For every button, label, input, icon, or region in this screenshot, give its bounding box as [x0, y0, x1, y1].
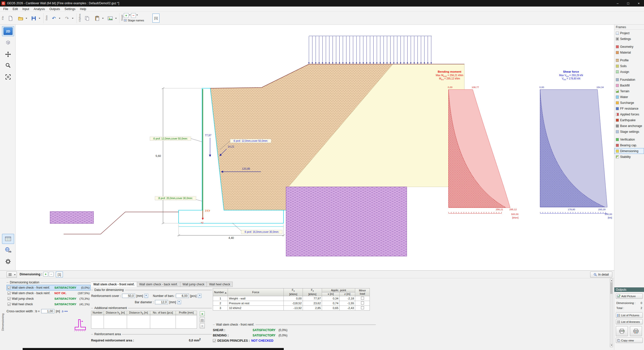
- paste-button[interactable]: [93, 14, 102, 23]
- frames-item[interactable]: Base anchorage: [614, 123, 644, 129]
- drawing-canvas[interactable]: +z 5,60 4,40 :6 pro: [16, 25, 614, 270]
- chevron-down-icon[interactable]: [136, 15, 138, 16]
- location-checkbox[interactable]: [8, 297, 11, 300]
- col-x[interactable]: x [m]: [322, 292, 340, 296]
- location-checkbox[interactable]: [8, 286, 11, 289]
- cover-unit-dropdown[interactable]: [144, 294, 148, 298]
- annotation-front-reinforcement[interactable]: :6 prof. 12,0mm,cover 50,0mm:: [150, 137, 202, 142]
- tab[interactable]: Wall stem check - back reinf.: [137, 282, 180, 287]
- undo-button[interactable]: ↶: [49, 14, 58, 23]
- frames-item[interactable]: FF resistance: [614, 106, 644, 111]
- frames-item[interactable]: Soils: [614, 63, 644, 69]
- list-of-annexes-button[interactable]: List of Annexes: [616, 319, 643, 324]
- frames-item[interactable]: Settings: [614, 36, 644, 42]
- frames-item[interactable]: Geometry: [614, 44, 644, 50]
- frames-item[interactable]: Assign: [614, 69, 644, 75]
- edit-row-button[interactable]: ▤: [200, 317, 205, 322]
- delete-row-button[interactable]: ×: [200, 323, 205, 328]
- empty-row[interactable]: [91, 315, 197, 329]
- frames-item[interactable]: Earthquake: [614, 117, 644, 123]
- minor-load-checkbox[interactable]: [361, 301, 364, 304]
- frames-item[interactable]: Verification: [614, 137, 644, 142]
- column-header[interactable]: Distance h1 [m]: [104, 311, 127, 315]
- stage-names-label[interactable]: Stage names: [128, 19, 144, 22]
- add-row-button[interactable]: +: [200, 311, 205, 316]
- minor-load-checkbox[interactable]: [361, 297, 364, 300]
- col-fz[interactable]: Fz[kN/m]: [303, 288, 322, 296]
- chevron-down-icon[interactable]: [129, 15, 131, 16]
- frames-item[interactable]: Material: [614, 50, 644, 55]
- redo-dropdown[interactable]: [71, 14, 74, 23]
- zoom-fit-button[interactable]: [2, 72, 14, 82]
- frames-item[interactable]: Profile: [614, 57, 644, 63]
- col-force[interactable]: Force: [228, 288, 284, 296]
- column-header[interactable]: Distance h2 [m]: [127, 311, 150, 315]
- menu-item[interactable]: Edit: [10, 7, 20, 12]
- column-header[interactable]: Number: [91, 311, 104, 315]
- open-file-dropdown[interactable]: [25, 14, 28, 23]
- menu-item[interactable]: Input: [20, 7, 31, 12]
- annotation-heel-reinforcement[interactable]: :6 prof. 16,0mm,cover 30,0mm:: [232, 223, 282, 234]
- col-number[interactable]: Number: [213, 288, 228, 296]
- design-principles-checkbox[interactable]: [213, 339, 216, 342]
- maximize-button[interactable]: □: [623, 0, 633, 7]
- reinforcement-cover-input[interactable]: 50,0: [122, 294, 135, 298]
- frames-item[interactable]: Stability: [614, 154, 644, 160]
- dimensioning-location-row[interactable]: Wall stem check - front reinf. SATISFACT…: [7, 285, 91, 290]
- copy-picture-dropdown[interactable]: [114, 14, 117, 23]
- tab[interactable]: Wall jump check: [180, 282, 207, 287]
- minimize-button[interactable]: –: [612, 0, 623, 7]
- copy-button[interactable]: [83, 14, 92, 23]
- frames-item[interactable]: Terrain: [614, 88, 644, 94]
- diameter-unit-dropdown[interactable]: [177, 300, 181, 304]
- scroll-up-button[interactable]: [610, 279, 613, 282]
- tab[interactable]: Wall heel check: [207, 282, 233, 287]
- frames-item[interactable]: Applied forces: [614, 111, 644, 117]
- menu-item[interactable]: Help: [78, 7, 89, 12]
- col-z[interactable]: z [m]: [340, 292, 355, 296]
- annotation-jump-reinforcement[interactable]: :8 prof. 20,0mm,cover 30,0mm:: [155, 196, 202, 201]
- add-picture-button[interactable]: Add Picture: [616, 293, 643, 299]
- save-dropdown[interactable]: [38, 14, 41, 23]
- add-location-button[interactable]: +: [43, 272, 48, 277]
- stage-indicator-button[interactable]: [1]: [56, 272, 63, 277]
- col-minor-load[interactable]: Minorload: [355, 288, 370, 296]
- force-table-row[interactable]: 1 Weight - wall 0,00 77,97 0,34 -2,18: [213, 296, 370, 301]
- dimensioning-location-row[interactable]: Wall jump check SATISFACTORY (70,3%): [7, 296, 91, 301]
- zoom-tool-button[interactable]: [2, 60, 14, 70]
- bar-diameter-input[interactable]: 12,0: [155, 300, 168, 304]
- view-2d-button[interactable]: 2D: [2, 26, 14, 36]
- menu-item[interactable]: File: [1, 7, 10, 12]
- stage-1-button[interactable]: [1]: [152, 14, 159, 23]
- open-file-button[interactable]: [16, 14, 25, 23]
- menu-item[interactable]: Settings: [62, 7, 77, 12]
- col-applic-point[interactable]: Applic. point: [322, 288, 355, 292]
- col-fx[interactable]: Fx[kN/m]: [284, 288, 303, 296]
- frame-list-dropdown[interactable]: [13, 272, 17, 278]
- view-3d-button[interactable]: [2, 37, 14, 47]
- number-of-bars-input[interactable]: 6,00: [176, 294, 189, 298]
- frame-list-button[interactable]: [7, 272, 14, 278]
- force-table-row[interactable]: 2 Pressure at rest -118,52 23,62 0,74 -1…: [213, 301, 370, 306]
- menu-item[interactable]: Analysis: [31, 7, 47, 12]
- location-checkbox[interactable]: [8, 303, 11, 306]
- undo-dropdown[interactable]: [58, 14, 61, 23]
- add-stage-button[interactable]: +: [124, 13, 129, 18]
- copy-view-button[interactable]: Copy view: [616, 338, 643, 343]
- save-button[interactable]: [29, 14, 38, 23]
- menu-item[interactable]: Outputs: [47, 7, 62, 12]
- close-button[interactable]: ×: [633, 0, 644, 7]
- column-header[interactable]: Profile [mm]: [176, 311, 197, 315]
- location-checkbox[interactable]: [8, 292, 11, 295]
- remove-location-button[interactable]: −: [49, 272, 54, 277]
- scrollbar-thumb[interactable]: [610, 282, 613, 294]
- bars-unit-dropdown[interactable]: [198, 294, 202, 298]
- text-language-button[interactable]: Ab: [2, 245, 14, 255]
- list-of-pictures-button[interactable]: List of Pictures: [616, 313, 643, 318]
- force-table-row[interactable]: 3 10 kN/m2 -13,92 2,85 0,65 -2,43: [213, 306, 370, 311]
- remove-stage-button[interactable]: −: [131, 13, 136, 18]
- frames-item[interactable]: Project: [614, 30, 644, 36]
- frames-item[interactable]: Backfill: [614, 82, 644, 88]
- redo-button[interactable]: ↷: [62, 14, 71, 23]
- frames-item[interactable]: Stage settings: [614, 129, 644, 135]
